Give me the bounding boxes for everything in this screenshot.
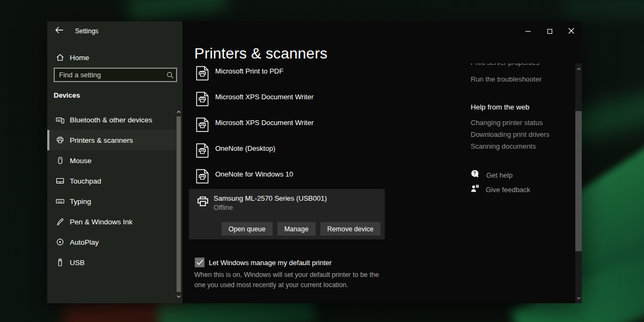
scrollbar-thumb[interactable] [177, 116, 181, 292]
scroll-down-arrow-icon[interactable] [176, 293, 181, 299]
get-help-link[interactable]: Get help [471, 170, 513, 180]
sidebar-home-label: Home [70, 54, 89, 62]
checkbox-checked[interactable] [195, 258, 204, 267]
mouse-icon [56, 156, 64, 165]
help-link[interactable]: Downloading print drivers [471, 130, 550, 138]
print-server-properties-link[interactable]: Print server properties [471, 63, 539, 67]
touchpad-icon [56, 177, 64, 185]
printer-document-icon [196, 117, 209, 135]
printer-name: Microsoft XPS Document Writer [215, 93, 313, 101]
wallpaper-shape [128, 0, 227, 23]
help-link[interactable]: Scanning documents [471, 142, 536, 150]
selection-indicator [47, 130, 49, 150]
sidebar-item-label: Pen & Windows Ink [70, 218, 133, 226]
main-scroll-viewport: Microsoft Print to PDF Microsoft XPS Doc… [182, 63, 575, 303]
printer-name: OneNote for Windows 10 [215, 170, 293, 178]
selected-printer-card[interactable]: Samsung ML-2570 Series (USB001) Offline … [189, 189, 385, 239]
caption-buttons [517, 21, 582, 41]
minimize-button[interactable] [517, 21, 539, 41]
sidebar-item-pen[interactable]: Pen & Windows Ink [47, 211, 176, 232]
search-input[interactable] [55, 71, 164, 79]
help-from-web-heading: Help from the web [471, 103, 530, 111]
sidebar-scrollbar [176, 108, 181, 299]
main-content: Printers & scanners Microsoft Print to P… [182, 21, 582, 303]
maximize-icon [547, 29, 552, 34]
sidebar-item-label: AutoPlay [70, 238, 99, 246]
printer-row[interactable]: Microsoft Print to PDF [196, 64, 313, 90]
usb-icon [56, 258, 64, 267]
minimize-icon [525, 31, 531, 32]
wallpaper-shape [564, 0, 644, 18]
selected-printer-name: Samsung ML-2570 Series (USB001) [214, 194, 327, 202]
sidebar-item-usb[interactable]: USB [47, 252, 176, 273]
scrollbar-thumb[interactable] [575, 111, 582, 251]
close-button[interactable] [560, 21, 582, 41]
sidebar-item-label: USB [70, 259, 85, 267]
scroll-down-arrow-icon[interactable] [575, 295, 582, 301]
default-printer-description: When this is on, Windows will set your d… [194, 270, 390, 290]
printer-name: Microsoft Print to PDF [215, 67, 283, 75]
printer-row[interactable]: Microsoft XPS Document Writer [196, 90, 313, 116]
home-icon [56, 53, 64, 62]
printer-list: Microsoft Print to PDF Microsoft XPS Doc… [196, 64, 313, 193]
printer-name: OneNote (Desktop) [215, 144, 275, 152]
desktop: Settings Home [0, 0, 644, 322]
printer-icon [56, 136, 64, 144]
devices-icon [56, 115, 64, 124]
sidebar-item-bluetooth[interactable]: Bluetooth & other devices [47, 109, 176, 130]
printer-device-icon [196, 195, 210, 211]
printer-document-icon [196, 65, 209, 83]
back-button[interactable] [53, 25, 65, 37]
open-queue-button[interactable]: Open queue [222, 222, 273, 236]
search-box [54, 68, 177, 82]
back-arrow-icon [55, 26, 63, 36]
printer-name: Microsoft XPS Document Writer [215, 119, 313, 127]
keyboard-icon [56, 197, 64, 206]
sidebar-item-label: Mouse [70, 157, 92, 165]
scroll-up-arrow-icon[interactable] [575, 65, 582, 72]
sidebar-item-label: Touchpad [70, 177, 101, 185]
window-title: Settings [75, 27, 98, 35]
default-printer-label: Let Windows manage my default printer [209, 259, 332, 267]
sidebar: Home Devices Bluetooth & other devices [47, 21, 182, 303]
default-printer-checkbox-row[interactable]: Let Windows manage my default printer [195, 258, 332, 267]
sidebar-item-label: Printers & scanners [70, 136, 133, 144]
sidebar-item-label: Typing [70, 197, 91, 206]
settings-window: Settings Home [47, 21, 582, 303]
sidebar-item-home[interactable]: Home [47, 48, 175, 67]
chat-help-icon [471, 170, 480, 180]
printer-document-icon [196, 91, 209, 109]
remove-device-button[interactable]: Remove device [320, 222, 380, 236]
sidebar-item-printers[interactable]: Printers & scanners [47, 130, 176, 150]
printer-document-icon [196, 169, 209, 186]
maximize-button[interactable] [539, 21, 560, 41]
pen-icon [56, 217, 64, 226]
sidebar-nav: Bluetooth & other devices Printers & sca… [47, 109, 176, 273]
titlebar: Settings [47, 21, 582, 41]
sidebar-item-mouse[interactable]: Mouse [47, 150, 176, 171]
sidebar-item-touchpad[interactable]: Touchpad [47, 171, 176, 191]
manage-button[interactable]: Manage [277, 222, 316, 236]
checkmark-icon [196, 259, 203, 266]
printer-status: Offline [214, 204, 233, 211]
search-icon [164, 71, 176, 79]
run-troubleshooter-link[interactable]: Run the troubleshooter [471, 75, 541, 83]
printer-row[interactable]: Microsoft XPS Document Writer [196, 116, 313, 142]
sidebar-item-autoplay[interactable]: AutoPlay [47, 232, 176, 252]
support-link-label: Get help [486, 171, 513, 179]
feedback-icon [471, 184, 479, 195]
printer-row[interactable]: OneNote (Desktop) [196, 142, 313, 167]
give-feedback-link[interactable]: Give feedback [471, 184, 530, 195]
autoplay-icon [56, 238, 64, 246]
sidebar-item-label: Bluetooth & other devices [70, 116, 152, 124]
support-link-label: Give feedback [486, 186, 530, 194]
main-scrollbar [575, 63, 582, 303]
printer-actions: Open queue Manage Remove device [222, 222, 380, 236]
help-link[interactable]: Changing printer status [471, 119, 543, 127]
page-title: Printers & scanners [194, 45, 327, 62]
sidebar-item-typing[interactable]: Typing [47, 191, 176, 211]
scroll-up-arrow-icon[interactable] [176, 108, 181, 115]
close-icon [568, 26, 574, 36]
sidebar-section-heading: Devices [54, 91, 80, 99]
printer-document-icon [196, 143, 209, 160]
